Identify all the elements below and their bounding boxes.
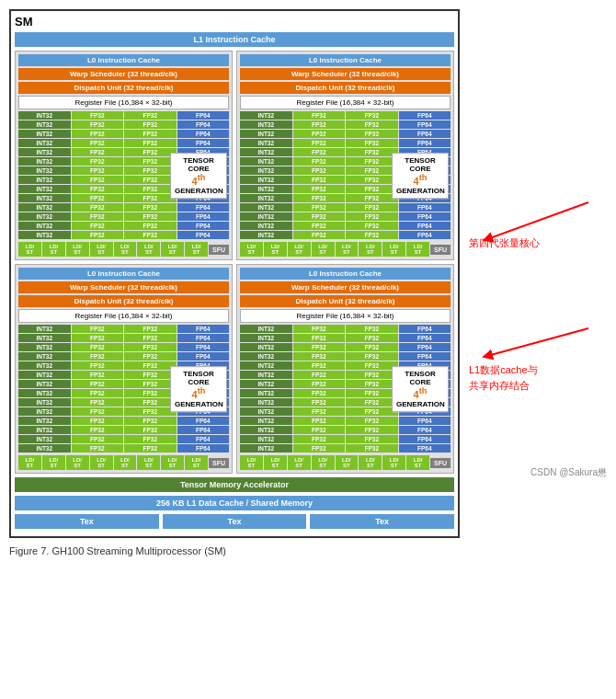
q1-ldst-4: LD/ST xyxy=(90,242,113,257)
q1-ldst-3: LD/ST xyxy=(66,242,89,257)
q2-ldst-8: LD/ST xyxy=(406,242,429,257)
q2-warp-scheduler: Warp Scheduler (32 thread/clk) xyxy=(240,68,451,80)
q2-tensor-core: TENSOR CORE 4th GENERATION xyxy=(392,153,449,199)
q3-sfu-row: LD/ST LD/ST LD/ST LD/ST LD/ST LD/ST LD/S… xyxy=(18,455,229,470)
right-annotations: 第四代张量核心 L1数据cache与 共享内存结合 CSDN @Sakura懋 xyxy=(469,9,607,479)
quadrants-grid: L0 Instruction Cache Warp Scheduler (32 … xyxy=(15,51,454,474)
arrow-l1-cache-svg xyxy=(469,324,598,361)
q3-tensor-core: TENSOR CORE 4th GENERATION xyxy=(170,366,227,412)
q4-ldst-5: LD/ST xyxy=(336,455,359,470)
tex-3: Tex xyxy=(310,514,454,529)
q4-ldst-7: LD/ST xyxy=(382,455,405,470)
q2-ldst-5: LD/ST xyxy=(336,242,359,257)
q4-sfu-row: LD/ST LD/ST LD/ST LD/ST LD/ST LD/ST LD/S… xyxy=(240,455,451,470)
q3-ldst-8: LD/ST xyxy=(185,455,208,470)
q2-ldst-3: LD/ST xyxy=(288,242,311,257)
q2-l0-cache: L0 Instruction Cache xyxy=(240,54,451,66)
q4-ldst-8: LD/ST xyxy=(406,455,429,470)
q1-cuda-area: INT32FP32FP32FP64 INT32FP32FP32FP64 INT3… xyxy=(18,111,229,240)
q2-sfu: SFU xyxy=(430,245,451,255)
q4-cuda-area: INT32FP32FP32FP64 INT32FP32FP32FP64 INT3… xyxy=(240,325,451,453)
q4-ldst-2: LD/ST xyxy=(264,455,287,470)
q3-dispatch-unit: Dispatch Unit (32 thread/clk) xyxy=(18,295,229,307)
q2-ldst-7: LD/ST xyxy=(382,242,405,257)
q1-dispatch-unit: Dispatch Unit (32 thread/clk) xyxy=(18,82,229,94)
sm-title: SM xyxy=(15,15,454,29)
q1-register-file: Register File (16,384 × 32-bit) xyxy=(18,96,229,109)
q4-ldst-4: LD/ST xyxy=(312,455,335,470)
q3-ldst-3: LD/ST xyxy=(66,455,89,470)
q1-warp-scheduler: Warp Scheduler (32 thread/clk) xyxy=(18,68,229,80)
l1-data-cache: 256 KB L1 Data Cache / Shared Memory xyxy=(15,496,454,510)
tex-1: Tex xyxy=(15,514,159,529)
quadrant-top-left: L0 Instruction Cache Warp Scheduler (32 … xyxy=(15,51,233,260)
q1-tensor-core: TENSOR CORE 4th GENERATION xyxy=(170,153,227,199)
q1-ldst-5: LD/ST xyxy=(114,242,137,257)
q4-dispatch-unit: Dispatch Unit (32 thread/clk) xyxy=(240,295,451,307)
quadrant-top-right: L0 Instruction Cache Warp Scheduler (32 … xyxy=(236,51,454,260)
q3-l0-cache: L0 Instruction Cache xyxy=(18,268,229,280)
tex-row: Tex Tex Tex xyxy=(15,514,454,529)
q2-ldst-1: LD/ST xyxy=(240,242,263,257)
quadrant-bottom-left: L0 Instruction Cache Warp Scheduler (32 … xyxy=(15,264,233,474)
q3-ldst-2: LD/ST xyxy=(42,455,65,470)
q1-sfu: SFU xyxy=(209,245,229,255)
q4-warp-scheduler: Warp Scheduler (32 thread/clk) xyxy=(240,281,451,293)
q1-l0-cache: L0 Instruction Cache xyxy=(18,54,229,66)
q3-ldst-6: LD/ST xyxy=(137,455,160,470)
annotation-l1-cache-text: L1数据cache与 共享内存结合 xyxy=(469,362,607,393)
tex-2: Tex xyxy=(163,514,307,529)
q4-l0-cache: L0 Instruction Cache xyxy=(240,268,451,280)
q4-sfu: SFU xyxy=(430,458,451,468)
q2-dispatch-unit: Dispatch Unit (32 thread/clk) xyxy=(240,82,451,94)
csdn-credit-wrapper: CSDN @Sakura懋 xyxy=(469,466,607,479)
q4-register-file: Register File (16,384 × 32-bit) xyxy=(240,309,451,323)
svg-line-1 xyxy=(487,328,588,356)
q3-cuda-area: INT32FP32FP32FP64 INT32FP32FP32FP64 INT3… xyxy=(18,325,229,453)
q1-ldst-1: LD/ST xyxy=(18,242,41,257)
q3-ldst-4: LD/ST xyxy=(90,455,113,470)
annotation-l1-cache: L1数据cache与 共享内存结合 xyxy=(469,324,607,393)
q2-sfu-row: LD/ST LD/ST LD/ST LD/ST LD/ST LD/ST LD/S… xyxy=(240,242,451,257)
q2-ldst-2: LD/ST xyxy=(264,242,287,257)
q3-ldst-5: LD/ST xyxy=(114,455,137,470)
q4-tensor-core: TENSOR CORE 4th GENERATION xyxy=(392,366,449,412)
svg-line-0 xyxy=(487,202,588,239)
q3-ldst-1: LD/ST xyxy=(18,455,41,470)
csdn-credit: CSDN @Sakura懋 xyxy=(469,466,607,479)
q1-ldst-6: LD/ST xyxy=(137,242,160,257)
q2-ldst-6: LD/ST xyxy=(359,242,382,257)
q1-sfu-row: LD/ST LD/ST LD/ST LD/ST LD/ST LD/ST LD/S… xyxy=(18,242,229,257)
q2-register-file: Register File (16,384 × 32-bit) xyxy=(240,96,451,109)
q3-ldst-7: LD/ST xyxy=(161,455,184,470)
q2-cuda-area: INT32FP32FP32FP64 INT32FP32FP32FP64 INT3… xyxy=(240,111,451,240)
q1-ldst-2: LD/ST xyxy=(42,242,65,257)
diagram-container: SM L1 Instruction Cache L0 Instruction C… xyxy=(9,9,460,556)
q2-ldst-4: LD/ST xyxy=(312,242,335,257)
tensor-memory-accelerator: Tensor Memory Accelerator xyxy=(15,477,454,492)
q3-sfu: SFU xyxy=(209,458,229,468)
q3-register-file: Register File (16,384 × 32-bit) xyxy=(18,309,229,323)
q3-warp-scheduler: Warp Scheduler (32 thread/clk) xyxy=(18,281,229,293)
annotation-tensor-core: 第四代张量核心 xyxy=(469,193,607,250)
q4-ldst-6: LD/ST xyxy=(359,455,382,470)
l1-instruction-cache: L1 Instruction Cache xyxy=(15,32,454,47)
sm-block: SM L1 Instruction Cache L0 Instruction C… xyxy=(9,9,460,538)
q4-ldst-3: LD/ST xyxy=(288,455,311,470)
q4-ldst-1: LD/ST xyxy=(240,455,263,470)
q1-ldst-8: LD/ST xyxy=(185,242,208,257)
quadrant-bottom-right: L0 Instruction Cache Warp Scheduler (32 … xyxy=(236,264,454,474)
figure-caption: Figure 7. GH100 Streaming Multiprocessor… xyxy=(9,545,460,556)
q1-ldst-7: LD/ST xyxy=(161,242,184,257)
